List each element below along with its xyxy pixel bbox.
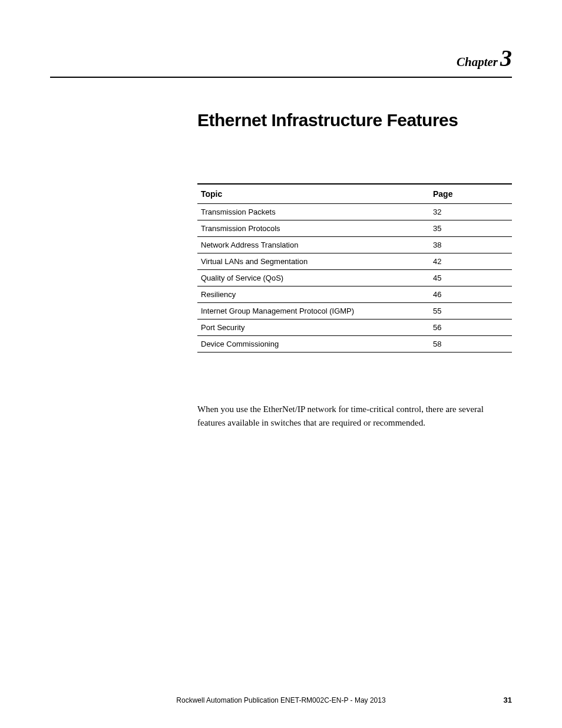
toc-page: 35 xyxy=(429,220,512,237)
chapter-header: Chapter3 xyxy=(50,44,512,72)
toc-page: 46 xyxy=(429,286,512,303)
toc-header-row: Topic Page xyxy=(197,184,512,204)
toc-page: 56 xyxy=(429,319,512,336)
table-row: Resiliency 46 xyxy=(197,286,512,303)
toc-page: 38 xyxy=(429,237,512,253)
header-divider xyxy=(50,77,512,78)
toc-topic: Transmission Packets xyxy=(197,204,429,220)
table-row: Port Security 56 xyxy=(197,319,512,336)
toc-page: 55 xyxy=(429,303,512,319)
toc-page: 45 xyxy=(429,270,512,286)
toc-table: Topic Page Transmission Packets 32 Trans… xyxy=(197,183,512,353)
table-row: Internet Group Management Protocol (IGMP… xyxy=(197,303,512,319)
content-area: Ethernet Infrastructure Features Topic P… xyxy=(197,110,512,429)
table-row: Device Commissioning 58 xyxy=(197,336,512,353)
toc-topic: Quality of Service (QoS) xyxy=(197,270,429,286)
page-number: 31 xyxy=(504,696,512,704)
toc-page: 32 xyxy=(429,204,512,220)
chapter-label: Chapter xyxy=(457,55,498,69)
table-row: Network Address Translation 38 xyxy=(197,237,512,253)
page-footer: Rockwell Automation Publication ENET-RM0… xyxy=(0,696,562,704)
toc-page: 58 xyxy=(429,336,512,353)
table-row: Transmission Protocols 35 xyxy=(197,220,512,237)
table-row: Transmission Packets 32 xyxy=(197,204,512,220)
document-page: Chapter3 Ethernet Infrastructure Feature… xyxy=(0,0,562,728)
toc-page: 42 xyxy=(429,253,512,270)
toc-topic: Network Address Translation xyxy=(197,237,429,253)
chapter-number: 3 xyxy=(500,45,512,71)
toc-topic: Virtual LANs and Segmentation xyxy=(197,253,429,270)
toc-topic: Internet Group Management Protocol (IGMP… xyxy=(197,303,429,319)
toc-topic: Port Security xyxy=(197,319,429,336)
toc-header-topic: Topic xyxy=(197,184,429,204)
toc-topic: Device Commissioning xyxy=(197,336,429,353)
toc-header-page: Page xyxy=(429,184,512,204)
footer-publication: Rockwell Automation Publication ENET-RM0… xyxy=(50,696,512,704)
toc-topic: Transmission Protocols xyxy=(197,220,429,237)
toc-topic: Resiliency xyxy=(197,286,429,303)
page-title: Ethernet Infrastructure Features xyxy=(197,110,512,130)
table-row: Quality of Service (QoS) 45 xyxy=(197,270,512,286)
body-paragraph: When you use the EtherNet/IP network for… xyxy=(197,403,512,429)
table-row: Virtual LANs and Segmentation 42 xyxy=(197,253,512,270)
